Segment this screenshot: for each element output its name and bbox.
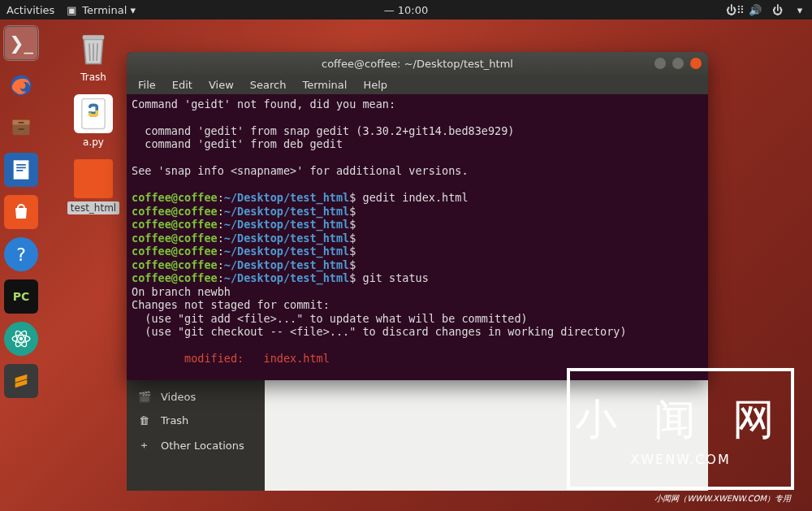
shopping-bag-icon [11, 202, 31, 222]
files-trash-label: Trash [161, 414, 188, 427]
sublime-icon [12, 372, 30, 390]
term-line: (use "git add <file>..." to update what … [132, 312, 528, 325]
top-bar: Activities ▣ Terminal ▾ — 10:00 ⏻⠿ 🔊 ⏻ ▾ [0, 0, 812, 19]
volume-icon[interactable]: 🔊 [749, 4, 760, 16]
launcher-pycharm[interactable]: PC [4, 279, 38, 314]
app-menu-label: Terminal ▾ [82, 4, 136, 16]
menu-file[interactable]: File [132, 77, 162, 93]
clock[interactable]: — 10:00 [384, 4, 429, 16]
term-cmd: git status [356, 271, 428, 284]
launcher-libreoffice-writer[interactable] [4, 153, 38, 187]
prompt-user: coffee@coffee [132, 191, 218, 204]
launcher-terminal[interactable]: ❯_ [4, 26, 38, 60]
document-icon [10, 158, 32, 181]
desktop-trash[interactable]: Trash [65, 29, 122, 83]
menu-terminal[interactable]: Terminal [296, 77, 353, 93]
menu-search[interactable]: Search [244, 77, 293, 93]
folder-icon [74, 159, 113, 198]
menu-help[interactable]: Help [356, 77, 394, 93]
launcher-ubuntu-software[interactable] [4, 195, 38, 229]
files-other-label: Other Locations [161, 440, 244, 452]
menu-edit[interactable]: Edit [166, 77, 199, 93]
terminal-title: coffee@coffee: ~/Desktop/test_html [322, 58, 513, 70]
files-sidebar-trash[interactable]: 🗑 Trash [127, 409, 265, 432]
launcher-help[interactable]: ? [4, 237, 38, 271]
watermark-footer: 小闻网（WWW.XWENW.COM）专用 [654, 493, 791, 505]
term-line: (use "git checkout -- <file>..." to disc… [132, 325, 627, 338]
files-sidebar-videos[interactable]: 🎬 Videos [127, 385, 265, 409]
prompt-path: ~/Desktop/test_html [224, 191, 349, 204]
launcher-sublime[interactable] [4, 364, 38, 398]
svg-line-14 [89, 43, 90, 61]
trash-small-icon: 🗑 [138, 414, 149, 427]
term-line: Changes not staged for commit: [132, 298, 330, 311]
trash-icon [74, 29, 113, 68]
window-minimize-button[interactable] [654, 58, 666, 69]
window-close-button[interactable] [690, 58, 702, 69]
desktop-trash-label: Trash [65, 71, 122, 83]
watermark-box: 小 闻 网 XWENW.COM [567, 368, 794, 490]
chevron-down-icon[interactable]: ▾ [794, 4, 806, 16]
menu-view[interactable]: View [202, 77, 240, 93]
files-sidebar: 🎬 Videos 🗑 Trash ＋ Other Locations [127, 380, 265, 491]
term-line: On branch newbh [132, 285, 231, 298]
term-line: Command 'geidt' not found, did you mean: [132, 97, 395, 110]
svg-rect-8 [16, 170, 23, 171]
terminal-icon: ▣ [66, 4, 77, 16]
svg-rect-4 [19, 128, 24, 130]
desktop-folder-testhtml[interactable]: test_html [65, 159, 122, 214]
video-icon: 🎬 [138, 391, 149, 403]
term-line: command 'gedit' from deb gedit [132, 137, 343, 150]
term-line: command 'gedit' from snap gedit (3.30.2+… [132, 124, 514, 137]
window-maximize-button[interactable] [672, 58, 684, 69]
svg-rect-13 [83, 35, 105, 39]
terminal-titlebar[interactable]: coffee@coffee: ~/Desktop/test_html [127, 52, 708, 75]
launcher-atom[interactable] [4, 322, 38, 356]
term-line-modified: modified: index.html [132, 352, 330, 365]
watermark-big: 小 闻 网 [575, 392, 785, 448]
terminal-window: coffee@coffee: ~/Desktop/test_html File … [127, 52, 708, 380]
terminal-menubar: File Edit View Search Terminal Help [127, 75, 708, 94]
term-line: no changes added to commit (use "git add… [132, 379, 560, 380]
term-line: See 'snap info <snapname>' for additiona… [132, 164, 469, 177]
python-file-icon [74, 94, 113, 133]
svg-line-16 [97, 43, 97, 61]
svg-rect-6 [16, 164, 26, 166]
atom-icon [11, 328, 32, 349]
launcher-files[interactable] [4, 110, 38, 145]
svg-rect-7 [16, 167, 26, 169]
launcher-dock: ❯_ ? PC [0, 19, 42, 511]
activities-button[interactable]: Activities [6, 4, 54, 16]
svg-point-9 [19, 337, 23, 340]
launcher-firefox[interactable] [4, 68, 38, 102]
plus-icon: ＋ [138, 438, 149, 453]
terminal-body[interactable]: Command 'geidt' not found, did you mean:… [127, 94, 708, 380]
app-menu[interactable]: ▣ Terminal ▾ [66, 4, 136, 16]
power-icon[interactable]: ⏻ [771, 4, 783, 16]
files-sidebar-other-locations[interactable]: ＋ Other Locations [127, 432, 265, 458]
desktop-folder-label: test_html [67, 201, 119, 214]
watermark-small: XWENW.COM [630, 452, 731, 467]
network-icon[interactable]: ⏻⠿ [726, 4, 737, 16]
drawer-icon [10, 116, 32, 139]
files-videos-label: Videos [161, 391, 196, 403]
svg-rect-3 [19, 122, 24, 123]
desktop-file-apy[interactable]: a.py [65, 94, 122, 148]
desktop-apy-label: a.py [65, 136, 122, 148]
term-cmd: gedit index.html [356, 191, 468, 204]
firefox-icon [9, 73, 33, 97]
